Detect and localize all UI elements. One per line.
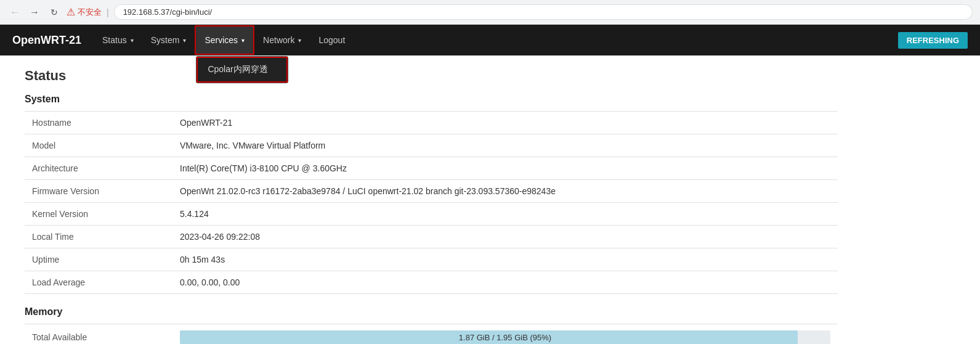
info-value: VMware, Inc. VMware Virtual Platform xyxy=(172,134,838,157)
status-caret-icon: ▾ xyxy=(131,37,134,44)
info-key: Load Average xyxy=(25,271,172,294)
main-content: Status System HostnameOpenWRT-21ModelVMw… xyxy=(0,55,862,344)
brand-label[interactable]: OpenWRT-21 xyxy=(12,34,81,47)
dropdown-item-cpolar[interactable]: Cpolar内网穿透 xyxy=(196,57,288,83)
table-row: HostnameOpenWRT-21 xyxy=(25,112,838,134)
forward-button[interactable]: → xyxy=(27,5,42,20)
nav-logout-label: Logout xyxy=(318,35,345,45)
reload-button[interactable]: ↻ xyxy=(47,5,62,20)
info-value: 2023-04-26 09:22:08 xyxy=(172,226,838,248)
nav-item-services[interactable]: Services ▾ Cpolar内网穿透 xyxy=(195,25,254,55)
nav-item-system[interactable]: System ▾ xyxy=(142,27,195,54)
info-key: Model xyxy=(25,134,172,157)
services-dropdown: Cpolar内网穿透 xyxy=(196,56,288,83)
table-row: ArchitectureIntel(R) Core(TM) i3-8100 CP… xyxy=(25,157,838,180)
info-key: Architecture xyxy=(25,157,172,180)
nav-items: Status ▾ System ▾ Services ▾ Cpolar内网穿透 … xyxy=(94,25,898,55)
nav-services-label: Services xyxy=(205,35,238,45)
info-key: Kernel Version xyxy=(25,203,172,226)
info-key: Uptime xyxy=(25,248,172,271)
progress-bar-container: 1.87 GiB / 1.95 GiB (95%) xyxy=(180,330,830,344)
info-key: Local Time xyxy=(25,226,172,248)
page-title: Status xyxy=(25,68,838,84)
nav-network-label: Network xyxy=(263,35,294,45)
progress-bar-text: 1.87 GiB / 1.95 GiB (95%) xyxy=(180,330,830,344)
nav-item-logout[interactable]: Logout xyxy=(310,27,354,54)
table-row: Uptime0h 15m 43s xyxy=(25,248,838,271)
table-row: Total Available1.87 GiB / 1.95 GiB (95%) xyxy=(25,324,838,345)
refreshing-button[interactable]: REFRESHING xyxy=(898,32,968,49)
info-key: Firmware Version xyxy=(25,180,172,203)
nav-item-status[interactable]: Status ▾ xyxy=(94,27,142,54)
system-caret-icon: ▾ xyxy=(183,37,186,44)
info-value: Intel(R) Core(TM) i3-8100 CPU @ 3.60GHz xyxy=(172,157,838,180)
table-row: Firmware VersionOpenWrt 21.02.0-rc3 r161… xyxy=(25,180,838,203)
services-caret-icon: ▾ xyxy=(241,37,245,44)
info-value: 5.4.124 xyxy=(172,203,838,226)
memory-section: Memory Total Available1.87 GiB / 1.95 Gi… xyxy=(25,306,838,344)
table-row: Kernel Version5.4.124 xyxy=(25,203,838,226)
nav-item-network[interactable]: Network ▾ xyxy=(254,27,310,54)
info-key: Hostname xyxy=(25,112,172,134)
security-label: 不安全 xyxy=(78,7,102,18)
table-row: ModelVMware, Inc. VMware Virtual Platfor… xyxy=(25,134,838,157)
url-text: 192.168.5.37/cgi-bin/luci/ xyxy=(123,7,213,17)
nav-status-label: Status xyxy=(102,35,127,45)
info-value: OpenWRT-21 xyxy=(172,112,838,134)
memory-key: Total Available xyxy=(25,324,172,345)
system-info-table: HostnameOpenWRT-21ModelVMware, Inc. VMwa… xyxy=(25,111,838,294)
navbar: OpenWRT-21 Status ▾ System ▾ Services ▾ … xyxy=(0,25,980,55)
warning-icon: ⚠ xyxy=(67,6,75,18)
info-value: OpenWrt 21.02.0-rc3 r16172-2aba3e9784 / … xyxy=(172,180,838,203)
back-button[interactable]: ← xyxy=(7,5,22,20)
browser-bar: ← → ↻ ⚠ 不安全 | 192.168.5.37/cgi-bin/luci/ xyxy=(0,0,980,25)
separator: | xyxy=(107,7,109,17)
security-indicator: ⚠ 不安全 xyxy=(67,6,102,18)
network-caret-icon: ▾ xyxy=(298,37,301,44)
info-value: 0h 15m 43s xyxy=(172,248,838,271)
info-value: 0.00, 0.00, 0.00 xyxy=(172,271,838,294)
table-row: Local Time2023-04-26 09:22:08 xyxy=(25,226,838,248)
table-row: Load Average0.00, 0.00, 0.00 xyxy=(25,271,838,294)
memory-section-title: Memory xyxy=(25,306,838,317)
system-section-title: System xyxy=(25,94,838,105)
memory-info-table: Total Available1.87 GiB / 1.95 GiB (95%) xyxy=(25,324,838,344)
address-bar[interactable]: 192.168.5.37/cgi-bin/luci/ xyxy=(114,4,973,20)
nav-system-label: System xyxy=(151,35,180,45)
memory-value: 1.87 GiB / 1.95 GiB (95%) xyxy=(172,324,838,345)
